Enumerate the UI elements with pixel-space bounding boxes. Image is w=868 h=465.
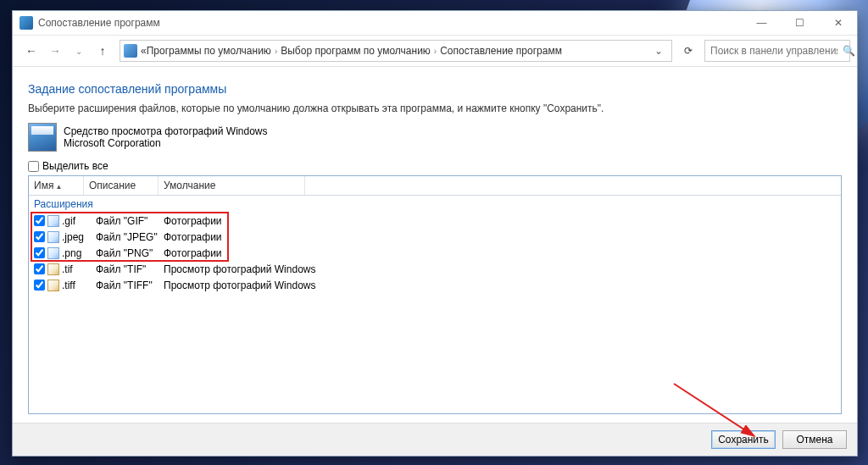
controlpanel-icon: [124, 44, 137, 58]
row-ext: .tif: [62, 263, 96, 275]
select-all-label: Выделить все: [42, 160, 108, 172]
table-row[interactable]: .tiffФайл "TIFF"Просмотр фотографий Wind…: [29, 277, 841, 293]
filetype-icon: [47, 215, 59, 227]
breadcrumb[interactable]: « Программы по умолчанию › Выбор програм…: [120, 40, 672, 62]
program-name: Средство просмотра фотографий Windows: [64, 125, 268, 137]
table-header: Имя▲ Описание Умолчание: [29, 176, 841, 196]
filetype-icon: [47, 263, 59, 275]
breadcrumb-item-2[interactable]: Сопоставление программ: [440, 45, 562, 57]
program-icon: [28, 123, 57, 152]
row-checkbox[interactable]: [34, 263, 45, 274]
titlebar[interactable]: Сопоставление программ ― ☐ ✕: [13, 11, 857, 36]
window: Сопоставление программ ― ☐ ✕ ← → ⌄ ↑ « П…: [12, 10, 858, 457]
row-default: Фотографии: [164, 231, 837, 243]
row-desc: Файл "PNG": [96, 247, 164, 259]
row-default: Фотографии: [164, 215, 837, 227]
search-box[interactable]: 🔍: [704, 40, 850, 62]
page-description: Выберите расширения файлов, которые по у…: [28, 102, 842, 114]
row-desc: Файл "TIF": [96, 263, 164, 275]
search-icon[interactable]: 🔍: [843, 45, 855, 57]
filetype-icon: [47, 247, 59, 259]
minimize-button[interactable]: ―: [743, 11, 781, 35]
breadcrumb-lead: «: [141, 45, 147, 57]
breadcrumb-item-1[interactable]: Выбор программ по умолчанию: [281, 45, 431, 57]
table-row[interactable]: .gifФайл "GIF"Фотографии: [29, 213, 841, 229]
program-info: Средство просмотра фотографий Windows Mi…: [28, 123, 842, 152]
save-button[interactable]: Сохранить: [711, 430, 776, 449]
column-default[interactable]: Умолчание: [159, 176, 305, 195]
up-button[interactable]: ↑: [91, 39, 114, 63]
close-button[interactable]: ✕: [819, 11, 857, 35]
chevron-right-icon: ›: [434, 47, 437, 56]
row-desc: Файл "GIF": [96, 215, 164, 227]
breadcrumb-item-0[interactable]: Программы по умолчанию: [147, 45, 271, 57]
select-all-row[interactable]: Выделить все: [28, 160, 842, 172]
filetype-icon: [47, 231, 59, 243]
group-extensions[interactable]: Расширения: [29, 196, 841, 213]
table-row[interactable]: .jpegФайл "JPEG"Фотографии: [29, 229, 841, 245]
forward-button[interactable]: →: [43, 39, 67, 63]
window-icon: [19, 16, 33, 30]
table-row[interactable]: .tifФайл "TIF"Просмотр фотографий Window…: [29, 261, 841, 277]
column-name[interactable]: Имя▲: [29, 176, 84, 195]
search-input[interactable]: [705, 45, 843, 57]
row-desc: Файл "JPEG": [96, 231, 164, 243]
maximize-button[interactable]: ☐: [781, 11, 819, 35]
window-title: Сопоставление программ: [38, 17, 743, 29]
row-ext: .gif: [62, 215, 96, 227]
dialog-footer: Сохранить Отмена: [13, 423, 857, 456]
row-ext: .tiff: [62, 280, 96, 291]
content-area: Задание сопоставлений программы Выберите…: [13, 67, 857, 414]
row-checkbox[interactable]: [34, 215, 45, 226]
navbar: ← → ⌄ ↑ « Программы по умолчанию › Выбор…: [13, 36, 857, 67]
table-body: .gifФайл "GIF"Фотографии.jpegФайл "JPEG"…: [29, 213, 841, 293]
row-checkbox[interactable]: [34, 280, 45, 291]
row-default: Просмотр фотографий Windows: [164, 280, 837, 291]
row-default: Фотографии: [164, 247, 837, 259]
recent-dropdown[interactable]: ⌄: [67, 39, 91, 63]
row-default: Просмотр фотографий Windows: [164, 263, 837, 275]
select-all-checkbox[interactable]: [28, 161, 39, 172]
program-publisher: Microsoft Corporation: [64, 137, 268, 149]
row-checkbox[interactable]: [34, 231, 45, 242]
chevron-right-icon: ›: [275, 47, 277, 56]
row-desc: Файл "TIFF": [96, 280, 164, 291]
sort-asc-icon: ▲: [55, 183, 62, 191]
back-button[interactable]: ←: [19, 39, 43, 63]
page-heading: Задание сопоставлений программы: [28, 82, 842, 96]
row-checkbox[interactable]: [34, 247, 45, 258]
row-ext: .jpeg: [62, 231, 96, 243]
cancel-button[interactable]: Отмена: [782, 430, 847, 449]
refresh-button[interactable]: ⟳: [677, 40, 699, 62]
breadcrumb-dropdown[interactable]: ⌄: [649, 45, 668, 57]
table-row[interactable]: .pngФайл "PNG"Фотографии: [29, 245, 841, 261]
column-desc[interactable]: Описание: [84, 176, 159, 195]
row-ext: .png: [62, 247, 96, 259]
associations-table[interactable]: Имя▲ Описание Умолчание Расширения .gifФ…: [28, 175, 842, 414]
filetype-icon: [47, 280, 59, 291]
